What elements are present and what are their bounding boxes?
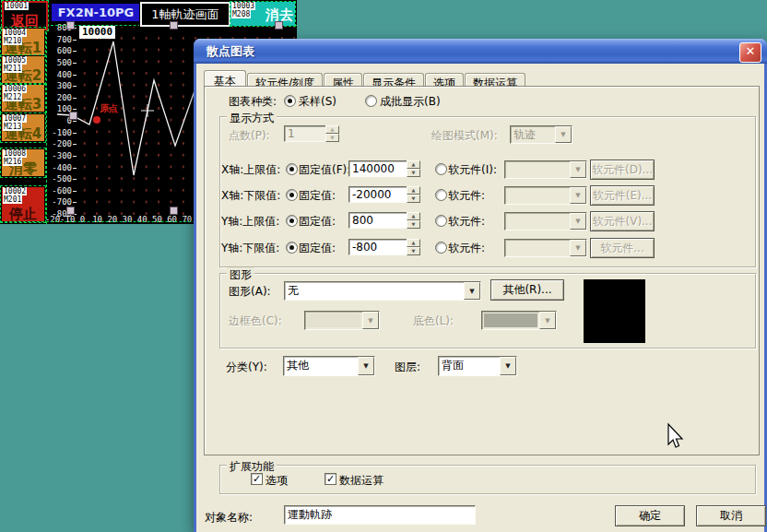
shape-value: 无 <box>285 282 464 300</box>
device-combo-value <box>505 187 570 204</box>
chevron-down-icon[interactable]: ▼ <box>500 357 516 375</box>
device-combo: ▼ <box>504 212 587 231</box>
chevron-down-icon: ▼ <box>362 312 379 329</box>
device-combo-value <box>505 213 570 230</box>
category-combo[interactable]: 其他▼ <box>283 356 375 376</box>
selection-handle[interactable] <box>69 112 77 120</box>
scatter-chart-dialog: 散点图表 ✕ 基本软元件/刻度属性显示条件选项数据运算 图表种类: 显示方式 点… <box>194 39 767 532</box>
device-button: 软元件(D)... <box>590 160 655 180</box>
category-label: 分类(Y): <box>226 360 267 375</box>
chevron-down-icon: ▼ <box>539 312 556 329</box>
chevron-down-icon: ▼ <box>570 187 586 204</box>
layer-combo[interactable]: 背面▼ <box>438 356 517 376</box>
chart-readout: 10000 <box>79 26 115 39</box>
device-radio-label: 软元件: <box>448 241 485 256</box>
chart-type-radio-2[interactable] <box>365 95 377 107</box>
selection-handle[interactable] <box>66 207 75 215</box>
selection-handle[interactable] <box>170 21 178 30</box>
ok-button[interactable]: 确定 <box>615 505 685 526</box>
extended-checkbox-2[interactable] <box>324 473 336 485</box>
fixed-value-spinner[interactable]: ▲▼ <box>407 239 420 255</box>
fixed-value-field[interactable]: -800 <box>348 239 408 255</box>
dialog-title: 散点图表 <box>206 43 254 60</box>
device-button: 软元件... <box>590 238 655 258</box>
points-label: 点数(P): <box>229 128 270 144</box>
fixed-value-spinner[interactable]: ▲▼ <box>407 212 420 229</box>
object-name-label: 对象名称: <box>205 510 253 526</box>
origin-label: 原点 <box>100 102 118 115</box>
object-name-field[interactable]: 運動軌跡 <box>284 505 476 525</box>
shape-preview <box>584 279 645 343</box>
hmi-button-tag2: M211 <box>3 65 22 73</box>
extended-check-label: 选项 <box>266 473 288 489</box>
device-radio[interactable] <box>435 242 447 254</box>
dialog-titlebar[interactable]: 散点图表 ✕ <box>194 39 767 64</box>
back-button-tag: 10001 <box>5 2 29 10</box>
device-radio-label: 软元件: <box>448 188 485 204</box>
device-combo-value <box>505 161 570 178</box>
border-color-combo: ▼ <box>304 311 380 330</box>
device-button: 软元件(E)... <box>590 185 655 206</box>
fixed-value-field[interactable]: -20000 <box>348 186 408 203</box>
shape-label: 图形(A): <box>229 284 271 300</box>
hmi-button-tag2: M201 <box>3 195 22 204</box>
selection-handle[interactable] <box>170 207 178 215</box>
points-field: 1 <box>284 125 328 142</box>
hmi-button-tag2: M212 <box>3 93 22 101</box>
plc-model-label[interactable]: FX2N-10PG <box>52 4 140 21</box>
fixed-value-radio[interactable] <box>286 242 298 254</box>
chevron-down-icon: ▼ <box>570 161 586 178</box>
cancel-button[interactable]: 取消 <box>696 505 766 526</box>
hmi-button-tag2: M216 <box>3 158 22 166</box>
device-combo: ▼ <box>504 186 587 205</box>
display-mode-group-title: 显示方式 <box>227 111 277 126</box>
fixed-value-radio[interactable] <box>286 189 298 201</box>
fixed-value-label: 固定值: <box>299 241 336 256</box>
hmi-button-tag1: 10005 <box>3 56 27 65</box>
hmi-button-M210[interactable]: 10004M210運転1 <box>2 29 44 55</box>
fixed-value-field[interactable]: 800 <box>348 212 408 229</box>
axis-row-label: X轴:上限值: <box>221 162 280 178</box>
chevron-down-icon[interactable]: ▼ <box>358 357 374 375</box>
hmi-clear-button[interactable]: 10003 M208 消去 <box>230 2 295 26</box>
hmi-button-M201[interactable]: 10002M201停止 <box>2 187 44 221</box>
hmi-button-tag1: 10006 <box>3 85 27 93</box>
device-radio-label: 软元件: <box>448 214 485 230</box>
editor-canvas: 10001 返回 FX2N-10PG 1軸軌迹画面 10003 M208 消去 … <box>0 0 767 532</box>
fixed-value-field[interactable]: 140000 <box>348 160 408 177</box>
selection-handle[interactable] <box>66 21 75 30</box>
base-color-label: 底色(L): <box>413 313 454 329</box>
hmi-button-tag2: M213 <box>3 123 22 131</box>
hmi-button-M216[interactable]: 10008M216消零 <box>2 149 44 176</box>
shape-combo[interactable]: 无▼ <box>284 281 481 301</box>
close-icon[interactable]: ✕ <box>739 42 761 63</box>
hmi-button-tag1: 10008 <box>3 149 27 158</box>
hmi-screen-title[interactable]: 1軸軌迹画面 <box>140 2 230 27</box>
fixed-value-radio[interactable] <box>286 163 298 175</box>
device-radio[interactable] <box>435 189 447 201</box>
extended-checkbox-1[interactable] <box>251 473 263 485</box>
fixed-value-label: 固定值(F): <box>299 162 350 178</box>
draw-mode-combo: 轨迹▼ <box>510 125 572 144</box>
chevron-down-icon[interactable]: ▼ <box>464 282 480 300</box>
device-combo: ▼ <box>504 239 587 257</box>
draw-mode-value: 轨迹 <box>511 126 555 143</box>
fixed-value-spinner[interactable]: ▲▼ <box>407 186 420 203</box>
chart-type-radio-1[interactable] <box>284 95 296 107</box>
mouse-cursor <box>666 422 684 450</box>
chevron-down-icon: ▼ <box>555 126 572 143</box>
shape-other-button[interactable]: 其他(R)... <box>490 279 564 301</box>
clear-button-tag1: 10003 <box>231 2 255 10</box>
fixed-value-radio[interactable] <box>286 215 298 227</box>
extended-group <box>219 465 756 494</box>
hmi-back-button[interactable]: 10001 返回 <box>2 1 48 30</box>
device-radio[interactable] <box>435 215 447 227</box>
chevron-down-icon: ▼ <box>570 213 586 230</box>
fixed-value-spinner[interactable]: ▲▼ <box>407 160 420 177</box>
hmi-button-M213[interactable]: 10007M213運転4 <box>2 114 44 141</box>
clear-button-tag2: M208 <box>231 10 251 18</box>
selection-handle[interactable] <box>275 21 283 30</box>
hmi-button-M212[interactable]: 10006M212運転3 <box>2 85 44 112</box>
hmi-button-M211[interactable]: 10005M211運転2 <box>2 56 44 83</box>
device-radio[interactable] <box>435 163 447 175</box>
